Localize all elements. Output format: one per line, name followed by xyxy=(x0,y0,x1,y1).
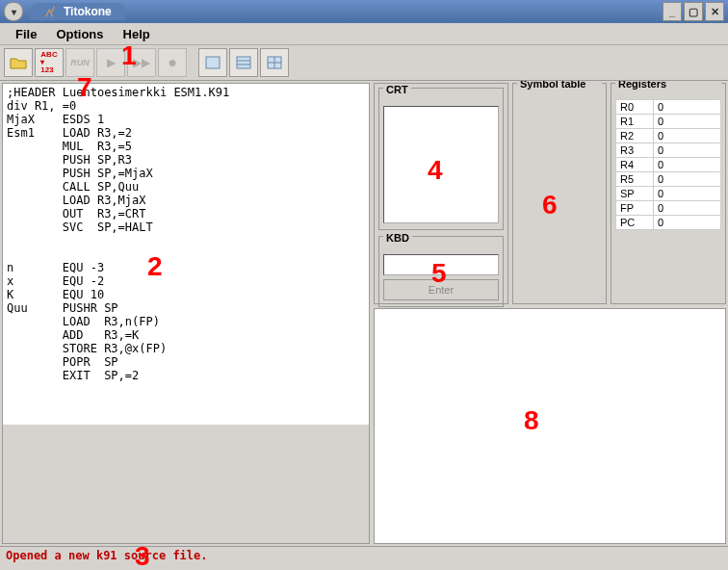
registers-panel: Registers R00 R10 R20 R30 R40 R50 SP0 FP… xyxy=(611,83,726,304)
kbd-enter-button[interactable]: Enter xyxy=(383,279,499,300)
folder-icon xyxy=(10,56,27,69)
menubar: File Options Help xyxy=(0,23,728,45)
run-button[interactable]: RUN xyxy=(65,48,94,77)
table-row: R50 xyxy=(616,172,721,187)
open-button[interactable] xyxy=(4,48,33,77)
table-row: SP0 xyxy=(616,187,721,201)
crt-display: 4 xyxy=(383,106,499,223)
fast-button[interactable]: ▶▶ xyxy=(127,48,156,77)
app-icon xyxy=(44,5,58,18)
table-row: R30 xyxy=(616,143,721,158)
table-row: PC0 xyxy=(616,216,721,230)
source-code[interactable]: ;HEADER Luentoesimerkki ESM1.K91 div R1,… xyxy=(3,84,369,425)
crt-label: CRT xyxy=(383,84,411,95)
kbd-label: KBD xyxy=(383,232,412,244)
view1-button[interactable] xyxy=(198,48,227,77)
maximize-button[interactable]: ▢ xyxy=(684,2,703,21)
minimize-button[interactable]: _ xyxy=(663,2,682,21)
table-row: FP0 xyxy=(616,201,721,216)
registers-table: R00 R10 R20 R30 R40 R50 SP0 FP0 PC0 xyxy=(615,99,721,230)
system-menu-button[interactable]: ▾ xyxy=(4,2,23,21)
menu-options[interactable]: Options xyxy=(46,25,113,43)
table-row: R10 xyxy=(616,115,721,129)
registers-label: Registers xyxy=(615,81,721,90)
code-panel: ;HEADER Luentoesimerkki ESM1.K91 div R1,… xyxy=(2,83,370,544)
annotation-8: 8 xyxy=(524,405,539,436)
menu-help[interactable]: Help xyxy=(114,25,160,43)
list-icon xyxy=(236,56,251,69)
abc123-icon: ABC▾123 xyxy=(40,51,57,74)
output-area: 8 xyxy=(374,308,726,544)
stop-icon: ● xyxy=(168,54,177,71)
close-button[interactable]: ✕ xyxy=(705,2,724,21)
view2-button[interactable] xyxy=(229,48,258,77)
title-tab: Titokone xyxy=(31,3,125,20)
symbol-table-panel: Symbol table 6 xyxy=(512,83,607,304)
annotation-6: 6 xyxy=(542,190,558,220)
grid-icon xyxy=(267,56,282,69)
symtab-label: Symbol table xyxy=(517,81,602,90)
fast-icon: ▶▶ xyxy=(133,56,150,69)
menu-file[interactable]: File xyxy=(6,25,46,43)
status-bar: Opened a new k91 source file. 3 xyxy=(0,546,728,570)
io-panel: CRT 4 KBD Enter 5 xyxy=(374,83,508,304)
toolbar: ABC▾123 RUN ▶ ▶▶ 1 ● xyxy=(0,45,728,81)
titlebar: ▾ Titokone _ ▢ ✕ xyxy=(0,0,728,23)
annotation-4: 4 xyxy=(428,155,443,186)
table-row: R00 xyxy=(616,100,721,115)
svg-rect-0 xyxy=(206,57,220,68)
table-row: R20 xyxy=(616,129,721,143)
window-icon xyxy=(205,56,221,69)
stop-button[interactable]: ● xyxy=(158,48,187,77)
run-icon: RUN xyxy=(70,58,90,67)
kbd-input[interactable] xyxy=(383,254,499,275)
svg-rect-1 xyxy=(237,57,250,68)
step-icon: ▶ xyxy=(107,56,116,69)
status-text: Opened a new k91 source file. xyxy=(6,549,208,562)
view3-button[interactable] xyxy=(260,48,289,77)
step-button[interactable]: ▶ xyxy=(96,48,125,77)
table-row: R40 xyxy=(616,158,721,172)
window-title: Titokone xyxy=(64,5,112,18)
compile-button[interactable]: ABC▾123 xyxy=(35,48,64,77)
